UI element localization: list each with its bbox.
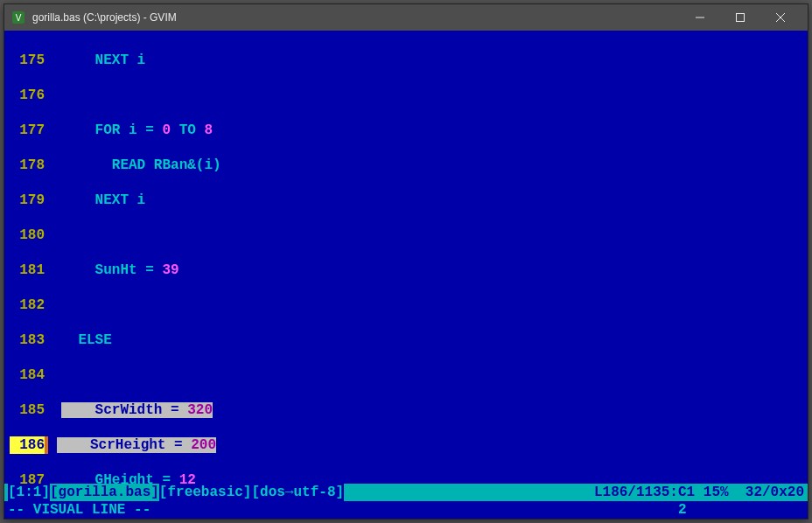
code-number: 8	[204, 122, 213, 138]
cursor-column-marker	[45, 436, 48, 454]
maximize-button[interactable]	[720, 4, 760, 31]
line-number-current: 186	[10, 436, 45, 454]
selected-code: ScrHeight =	[57, 437, 192, 453]
selected-number: 200	[191, 437, 216, 453]
code-number: 0	[162, 122, 171, 138]
mode-indicator: -- VISUAL LINE --	[8, 501, 150, 519]
code-text: NEXT i	[61, 192, 145, 208]
status-encoding: [dos→utf-8]	[251, 484, 344, 501]
titlebar[interactable]: V gorilla.bas (C:\projects) - GVIM	[4, 4, 808, 31]
code-text: TO	[171, 122, 204, 138]
code-number: 39	[162, 262, 178, 278]
status-position: L186/1135:C1 15%	[594, 484, 729, 501]
line-number: 187	[10, 471, 45, 484]
close-button[interactable]	[760, 4, 801, 31]
code-text: FOR i =	[61, 122, 162, 138]
line-number: 181	[10, 262, 45, 279]
line-number: 185	[10, 401, 45, 419]
minimize-button[interactable]	[680, 4, 720, 31]
code-text: GHeight =	[61, 472, 178, 484]
editor-area[interactable]: 175 NEXT i 176 177 FOR i = 0 TO 8 178 RE…	[4, 31, 808, 484]
app-icon: V	[11, 10, 25, 24]
window-title: gorilla.bas (C:\projects) - GVIM	[32, 11, 680, 24]
line-number: 179	[10, 192, 45, 209]
line-number: 178	[10, 157, 45, 174]
app-window: V gorilla.bas (C:\projects) - GVIM 175 N…	[4, 3, 808, 520]
visual-count: 2	[678, 501, 687, 519]
line-number: 180	[10, 227, 45, 244]
line-number: 184	[10, 366, 45, 384]
status-winpos: [1:1]	[8, 484, 50, 501]
line-number: 176	[10, 87, 45, 104]
line-number: 175	[10, 52, 45, 69]
line-number: 182	[10, 296, 45, 314]
status-filename: [gorilla.bas]	[50, 484, 159, 501]
status-charcode: 32/0x20	[746, 484, 804, 501]
command-line[interactable]: -- VISUAL LINE -- 2	[4, 501, 808, 519]
code-text: SunHt =	[61, 262, 162, 278]
status-filetype: [freebasic]	[159, 484, 252, 501]
selected-number: 320	[187, 402, 213, 418]
svg-text:V: V	[16, 13, 22, 23]
window-controls	[680, 4, 801, 31]
status-bar: [1:1][gorilla.bas][freebasic][dos→utf-8]…	[4, 484, 808, 501]
svg-rect-3	[737, 14, 745, 22]
code-text: ELSE	[61, 332, 112, 348]
code-text: READ RBan&(i)	[61, 157, 220, 173]
line-number: 177	[10, 122, 45, 139]
line-number: 183	[10, 331, 45, 349]
code-text: NEXT i	[61, 52, 145, 68]
code-number: 12	[179, 472, 196, 484]
selected-code: ScrWidth =	[61, 402, 187, 418]
